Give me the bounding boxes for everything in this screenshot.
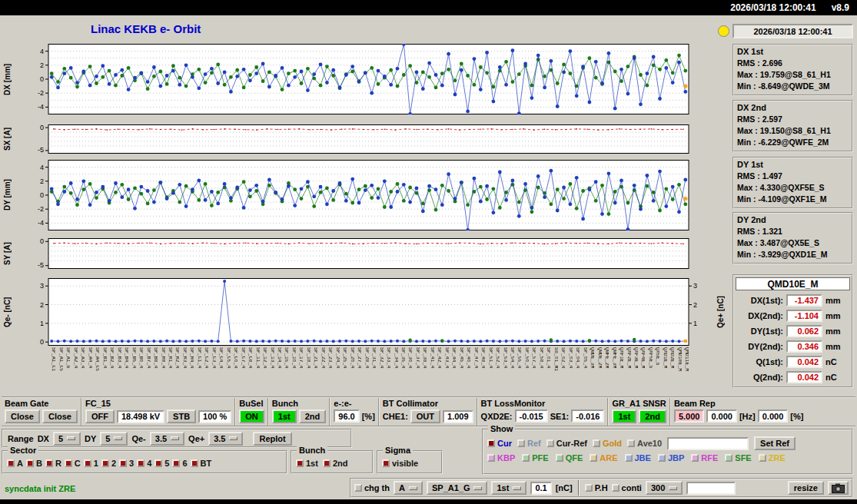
fc15-stb-button[interactable]: STB [167, 410, 196, 423]
svg-text:3: 3 [693, 282, 697, 290]
snapshot-button[interactable] [828, 481, 849, 495]
bpm-label: QWFE_3M [609, 347, 616, 393]
ph-checkbox[interactable]: P.H [585, 483, 608, 492]
bpm-label: SP_A3_4 [78, 347, 85, 393]
group-title: GR_A1 SNSR [612, 399, 666, 410]
checkbox-ave10[interactable]: Ave10 [627, 439, 662, 448]
checkbox-cur-ref[interactable]: Cur-Ref [546, 439, 587, 448]
mode-select[interactable]: A [394, 481, 423, 495]
bpm-label: SP_21_4 [311, 347, 317, 393]
checkbox-kbp[interactable]: KBP [487, 453, 515, 463]
checkbox-bt[interactable]: BT [191, 459, 212, 468]
bpm-row-value: 0.042 [786, 356, 822, 368]
checkbox-cur[interactable]: Cur [487, 439, 512, 448]
svg-text:2: 2 [693, 301, 697, 309]
snsr-2nd-button[interactable]: 2nd [639, 410, 666, 423]
bpm-select[interactable]: SP_A1_G [427, 481, 488, 495]
stats-min: Min : -4.109@QXF1E_M [737, 194, 849, 204]
bpm-readout-row: Q(2nd): 0.042 nC [736, 370, 850, 385]
snsr-1st-button[interactable]: 1st [612, 410, 636, 423]
svg-text:-2: -2 [38, 205, 44, 213]
dropdown-glyph [229, 436, 238, 440]
bpm-label: SP_35_4 [398, 347, 405, 393]
dropdown-glyph [513, 486, 521, 490]
checkbox-jbp[interactable]: JBP [658, 453, 684, 463]
stats-max: Max : 3.487@QX5E_S [737, 238, 849, 247]
checkbox-ref[interactable]: Ref [517, 439, 541, 448]
chg-th-checkbox[interactable]: chg th [354, 483, 390, 492]
threshold-value[interactable]: 0.1 [530, 482, 551, 495]
bpm-row-value: 0.346 [786, 340, 822, 353]
checkbox-2[interactable]: 2 [101, 459, 116, 468]
dropdown-glyph [171, 436, 179, 440]
bpm-row-unit: mm [825, 342, 841, 351]
checkbox-a[interactable]: A [7, 459, 23, 468]
checkbox-label: ARE [600, 453, 617, 463]
bunch-1st-button[interactable]: 1st [272, 410, 297, 423]
checkbox-box [7, 459, 15, 467]
interval-input[interactable] [686, 482, 736, 495]
checkbox-2nd[interactable]: 2nd [323, 459, 348, 468]
checkbox-zre[interactable]: ZRE [759, 453, 786, 463]
checkbox-pfe[interactable]: PFE [522, 453, 548, 463]
busel-on-button[interactable]: ON [239, 410, 264, 423]
conti-checkbox[interactable]: conti [612, 483, 642, 492]
checkbox-visible[interactable]: visible [382, 459, 418, 468]
checkbox-rfe[interactable]: RFE [691, 453, 718, 463]
checkbox-jbe[interactable]: JBE [625, 453, 651, 463]
bpm-label: SP_B8_4 [151, 347, 158, 393]
checkbox-b[interactable]: B [26, 459, 42, 468]
bpm-label: SP_B5_4 [128, 347, 135, 393]
bpm-label: QXF2E_M [623, 347, 630, 393]
interval-select[interactable]: 300 [646, 481, 683, 495]
fc15-off-button[interactable]: OFF [85, 410, 115, 423]
beam-gate-close-positron-button[interactable]: Close [42, 410, 78, 423]
checkbox-label: 2nd [333, 459, 348, 468]
checkbox-4[interactable]: 4 [137, 459, 151, 468]
svg-text:1: 1 [40, 320, 44, 327]
bpm-label: QXF1E_M [616, 347, 623, 393]
checkbox-5[interactable]: 5 [154, 459, 169, 468]
checkbox-6[interactable]: 6 [172, 459, 187, 468]
checkbox-gold[interactable]: Gold [593, 439, 622, 448]
checkbox-qfe[interactable]: QFE [556, 453, 583, 463]
resize-button[interactable]: resize [788, 481, 824, 495]
bpm-label: SP_52_4 [493, 347, 500, 393]
stats-max: Max : 19.150@S8_61_H1 [737, 126, 849, 135]
bpm-label: SP_R1_4 [165, 347, 172, 393]
bpm-label: SP_A1_G [63, 347, 70, 393]
checkbox-sfe[interactable]: SFE [725, 453, 751, 463]
checkbox-are[interactable]: ARE [590, 453, 617, 463]
bpm-label: SP_B2_4 [107, 347, 114, 393]
range-dy-select[interactable]: 5 [100, 432, 128, 446]
stats-min: Min : -8.649@QWDE_3M [737, 81, 849, 91]
beam-gate-close-electron-button[interactable]: Close [5, 410, 40, 423]
bpm-readout-title[interactable]: QMD10E_M [736, 277, 850, 290]
che1-out-button[interactable]: OUT [410, 410, 440, 423]
bpm-label: SP_13_4 [267, 347, 274, 393]
bunch-select-group: Bunch 1st 2nd [267, 398, 329, 426]
range-qem-select[interactable]: 3.5 [150, 432, 184, 446]
stats-dx-1st: DX 1st RMS : 2.696 Max : 19.759@S8_61_H1… [732, 44, 853, 96]
checkbox-3[interactable]: 3 [119, 459, 134, 468]
range-dx-select[interactable]: 5 [53, 432, 81, 446]
bpm-label: SP_63_4 [565, 347, 572, 393]
replot-button[interactable]: Replot [253, 432, 291, 446]
checkbox-label: P.H [595, 483, 608, 492]
bunch-select[interactable]: 1st [491, 481, 526, 495]
bunch-2nd-button[interactable]: 2nd [299, 410, 327, 423]
bpm-label: SP_R3_4 [179, 347, 186, 393]
set-ref-button[interactable]: Set Ref [754, 436, 796, 450]
range-qep-select[interactable]: 3.5 [208, 432, 243, 446]
region-checkboxes: KBPPFEQFEAREJBEJBPRFESFEZRE [487, 453, 848, 463]
ref-name-input[interactable] [667, 437, 749, 450]
bpm-label: SP_C6_4 [231, 347, 238, 393]
checkbox-c[interactable]: C [65, 459, 81, 468]
window-titlebar: 2026/03/18 12:00:41 v8.9 [0, 0, 857, 15]
checkbox-1[interactable]: 1 [84, 459, 98, 468]
svg-text:-4: -4 [38, 219, 44, 227]
qe-plot: 3210321 [14, 278, 727, 349]
checkbox-r[interactable]: R [45, 459, 61, 468]
checkbox-1st[interactable]: 1st [296, 459, 318, 468]
svg-text:0: 0 [40, 191, 44, 199]
